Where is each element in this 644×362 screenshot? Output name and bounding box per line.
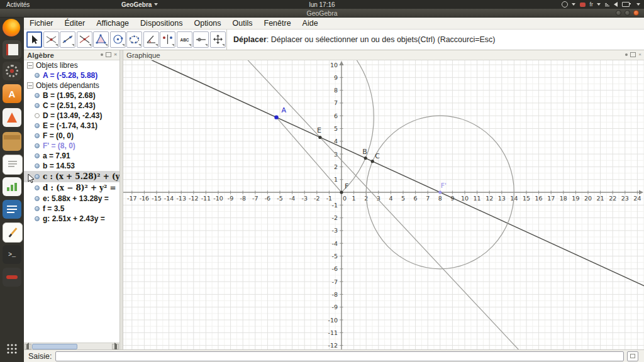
screen-record-icon[interactable]	[580, 3, 586, 7]
algebra-item[interactable]: A = (-5.28, 5.88)	[24, 70, 119, 80]
status-icon[interactable]	[562, 1, 575, 8]
point-C[interactable]	[371, 160, 374, 163]
algebra-category-1[interactable]: Objets dépendants	[24, 80, 119, 90]
tree-collapse-icon[interactable]	[27, 62, 33, 69]
algebra-item[interactable]: F = (0, 0)	[24, 131, 119, 141]
algebra-item[interactable]: e: 5.88x + 13.28y =	[24, 194, 119, 204]
object-hidden-icon[interactable]	[35, 113, 40, 118]
tool-move-view-button[interactable]	[210, 31, 226, 48]
tool-conic-button[interactable]	[126, 31, 142, 48]
menu-aide[interactable]: Aide	[297, 18, 324, 29]
menu-outils[interactable]: Outils	[227, 18, 258, 29]
scroll-left-button[interactable]	[25, 344, 31, 349]
dock-show-apps[interactable]	[3, 339, 21, 358]
keyboard-layout-indicator[interactable]: fr	[590, 1, 601, 8]
clock-label[interactable]: lun 17:16	[309, 1, 335, 8]
tool-special-line-button[interactable]	[77, 31, 92, 48]
menu-fenetre[interactable]: Fenêtre	[258, 18, 297, 29]
tool-transform-button[interactable]	[160, 31, 175, 48]
algebra-category-0[interactable]: Objets libres	[24, 60, 119, 70]
menu-dispositions[interactable]: Dispositions	[135, 18, 188, 29]
minimize-button[interactable]	[616, 10, 621, 16]
point-F[interactable]	[340, 190, 343, 194]
dock-vlc[interactable]	[3, 108, 21, 127]
dock-amazon[interactable]: A	[3, 84, 21, 103]
tool-point-button[interactable]	[43, 31, 59, 48]
window-title-bar[interactable]: GeoGebra	[0, 9, 644, 18]
input-help-button[interactable]	[627, 351, 638, 361]
point-E[interactable]	[318, 136, 321, 139]
algebra-item[interactable]: d : (x − 8)² + y² =	[24, 182, 119, 194]
algebra-input-field[interactable]	[55, 351, 624, 361]
graphics-canvas[interactable]: -17-16-15-14-13-12-11-10-9-8-7-6-5-4-3-2…	[123, 60, 644, 349]
menu-affichage[interactable]: Affichage	[91, 18, 135, 29]
object-visible-icon[interactable]	[35, 103, 40, 108]
panel-undock-icon[interactable]	[630, 52, 636, 57]
algebra-item[interactable]: c : (x + 5.28)² + (y	[24, 171, 119, 182]
object-visible-icon[interactable]	[35, 174, 40, 179]
object-visible-icon[interactable]	[35, 185, 40, 190]
tool-move-button[interactable]	[26, 31, 42, 48]
menu-fichier[interactable]: Fichier	[24, 18, 59, 29]
dock-files[interactable]	[3, 40, 21, 59]
dock-settings[interactable]	[3, 62, 21, 80]
object-visible-icon[interactable]	[35, 163, 40, 168]
algebra-item[interactable]: f = 3.5	[24, 204, 119, 214]
tool-circle-button[interactable]	[110, 31, 126, 48]
scrollbar-thumb[interactable]	[32, 344, 77, 349]
algebra-item[interactable]: E = (-1.74, 4.31)	[24, 121, 119, 131]
dock-calc[interactable]	[3, 177, 21, 196]
algebra-scrollbar[interactable]	[24, 343, 119, 349]
panel-close-icon[interactable]: ×	[638, 53, 641, 57]
dock-system-tool[interactable]	[3, 268, 21, 287]
close-button[interactable]	[633, 10, 639, 16]
object-visible-icon[interactable]	[35, 93, 40, 98]
app-menu-button[interactable]: GeoGebra	[121, 1, 158, 8]
tool-text-button[interactable]: ABC	[177, 31, 192, 48]
point-B[interactable]	[364, 156, 367, 160]
dock-notes[interactable]	[3, 222, 23, 243]
algebra-item[interactable]: B = (1.95, 2.68)	[24, 90, 119, 101]
menu-editer[interactable]: Éditer	[59, 18, 91, 29]
dock-terminal[interactable]: >_	[3, 245, 21, 264]
chevron-down-icon[interactable]	[634, 3, 640, 6]
tree-collapse-icon[interactable]	[27, 82, 33, 89]
algebra-item[interactable]: D = (13.49, -2.43)	[24, 111, 119, 121]
panel-options-icon[interactable]	[625, 53, 628, 56]
algebra-item[interactable]: C = (2.51, 2.43)	[24, 101, 119, 111]
object-visible-icon[interactable]	[35, 206, 40, 211]
tool-line-button[interactable]	[60, 31, 75, 48]
panel-close-icon[interactable]: ×	[114, 53, 117, 57]
algebra-item[interactable]: F' = (8, 0)	[24, 141, 119, 151]
algebra-item[interactable]: b = 14.53	[24, 161, 119, 171]
panel-options-icon[interactable]	[101, 53, 103, 56]
menu-options[interactable]: Options	[188, 18, 226, 29]
point-A[interactable]	[274, 115, 278, 119]
tool-slider-button[interactable]	[193, 31, 209, 48]
object-visible-icon[interactable]	[35, 216, 40, 221]
tool-angle-button[interactable]	[143, 31, 159, 48]
object-visible-icon[interactable]	[35, 143, 40, 148]
maximize-button[interactable]	[625, 10, 630, 16]
object-visible-icon[interactable]	[35, 153, 40, 158]
line-e[interactable]	[123, 60, 644, 288]
dock-document[interactable]	[3, 155, 23, 175]
algebra-item[interactable]: a = 7.91	[24, 151, 119, 161]
volume-icon[interactable]	[614, 2, 618, 7]
dock-firefox[interactable]	[3, 19, 20, 36]
algebra-item[interactable]: g: 2.51x + 2.43y =	[24, 214, 119, 224]
point-F'[interactable]	[438, 191, 441, 194]
object-visible-icon[interactable]	[35, 196, 40, 201]
network-icon[interactable]	[605, 3, 609, 7]
object-visible-icon[interactable]	[35, 73, 40, 78]
algebra-view[interactable]: Objets libresA = (-5.28, 5.88)Objets dép…	[24, 60, 119, 343]
object-visible-icon[interactable]	[35, 123, 40, 128]
tool-polygon-button[interactable]	[93, 31, 109, 48]
dock-writer[interactable]	[3, 200, 21, 219]
activities-button[interactable]: Activités	[6, 1, 30, 8]
object-visible-icon[interactable]	[35, 133, 40, 138]
dock-package[interactable]	[3, 132, 21, 151]
battery-icon[interactable]	[622, 2, 630, 7]
scroll-right-button[interactable]	[112, 344, 119, 349]
panel-undock-icon[interactable]	[106, 52, 111, 57]
